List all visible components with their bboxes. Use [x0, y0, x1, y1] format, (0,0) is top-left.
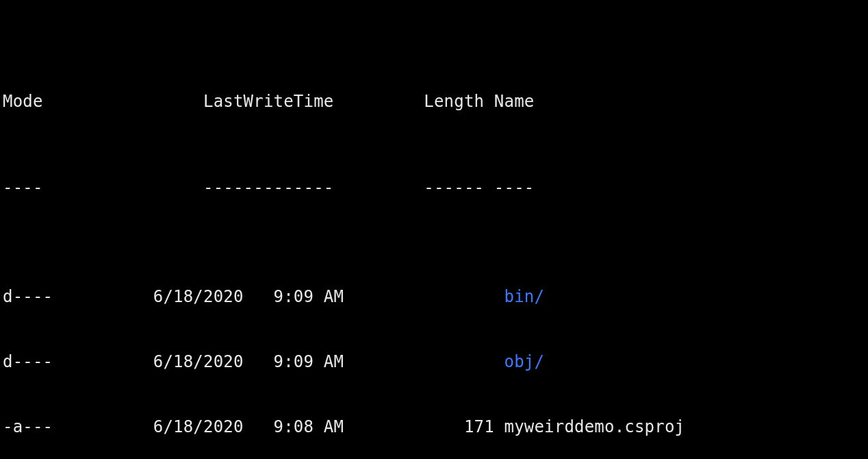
col-name: Name [494, 92, 535, 111]
col-length: Length [424, 92, 484, 111]
col-lastwrite: LastWriteTime [203, 92, 333, 111]
dir-listing-row: -a--- 6/18/2020 9:08 AM 171 myweirddemo.… [3, 417, 865, 438]
dir-name: bin/ [504, 287, 544, 306]
dir-listing-row: d---- 6/18/2020 9:09 AM obj/ [3, 351, 865, 373]
file-name: myweirddemo.csproj [505, 417, 685, 436]
dir-listing-row: d---- 6/18/2020 9:09 AM bin/ [3, 286, 865, 308]
dir-name: obj/ [504, 352, 544, 371]
terminal-window[interactable]: Mode LastWriteTime Length Name ---- ----… [0, 0, 868, 459]
dir-listing-separator: ---- ------------- ------ ---- [3, 177, 865, 199]
dir-listing-header: Mode LastWriteTime Length Name [3, 91, 865, 113]
col-mode: Mode [3, 92, 43, 111]
